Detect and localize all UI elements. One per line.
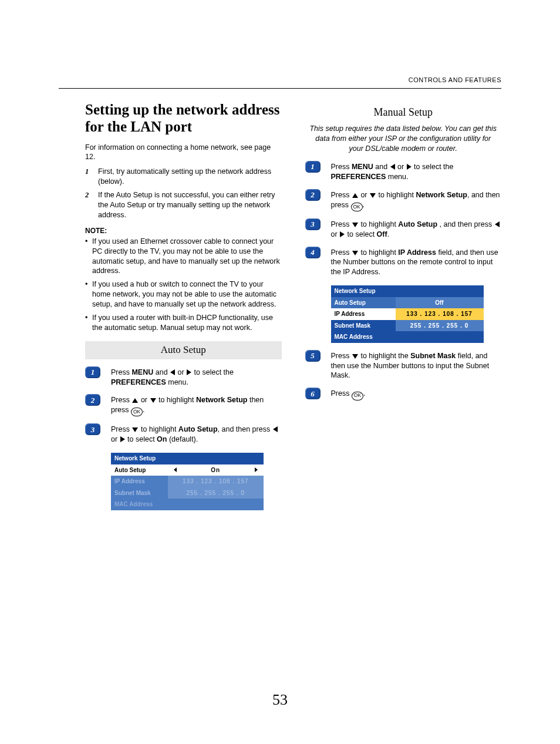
t: to select xyxy=(345,230,377,238)
arrow-down-icon xyxy=(352,354,358,359)
subnet-mask-label: Subnet Mask xyxy=(410,352,456,360)
step-item: 1 Press MENU and or to select the PREFER… xyxy=(305,162,502,182)
arrow-down-icon xyxy=(150,398,156,403)
arrow-right-icon xyxy=(120,436,125,442)
initial-steps-list: 1First, try automatically setting up the… xyxy=(85,167,282,220)
section-header: CONTROLS AND FEATURES xyxy=(409,76,501,83)
on-label: On xyxy=(157,435,167,443)
mac-row-label: MAC Address xyxy=(331,331,484,343)
step-item: 4 Press to highlight IP Address field, a… xyxy=(305,248,502,278)
page-title: Setting up the network address for the L… xyxy=(85,102,282,136)
note-label: NOTE: xyxy=(85,226,282,235)
step-text: If the Auto Setup is not successful, you… xyxy=(98,191,275,219)
note-item: If you used a hub or switch to connect t… xyxy=(85,280,282,309)
t: Press xyxy=(111,425,131,433)
auto-setup-row-value: On xyxy=(168,464,264,476)
arrow-left-icon xyxy=(170,369,175,375)
arrow-right-icon xyxy=(340,231,345,237)
network-setup-label: Network Setup xyxy=(196,396,248,404)
arrow-left-icon xyxy=(273,426,278,432)
step-number: 1 xyxy=(85,167,89,177)
step-item: 3 Press to highlight Auto Setup , and th… xyxy=(305,220,502,240)
list-item: 2If the Auto Setup is not successful, yo… xyxy=(85,190,282,220)
note-item: If you used a router with built-in DHCP … xyxy=(85,313,282,333)
t: Press xyxy=(331,352,352,360)
triangle-right-icon xyxy=(255,467,258,472)
network-setup-table-auto: Network Setup Auto Setup On IP Address 1… xyxy=(111,453,264,510)
ok-button-icon: OK xyxy=(352,392,363,400)
step-item: 5 Press to highlight the Subnet Mask fie… xyxy=(305,351,502,381)
step-item: 2 Press or to highlight Network Setup th… xyxy=(85,395,282,416)
arrow-left-icon xyxy=(495,221,500,227)
auto-setup-label: Auto Setup xyxy=(178,425,218,433)
ip-address-label: IP Address xyxy=(398,248,436,257)
arrow-right-icon xyxy=(407,164,411,170)
t: . xyxy=(387,230,389,238)
step-badge-icon: 6 xyxy=(305,388,321,399)
triangle-left-icon xyxy=(174,467,177,472)
step-text: First, try automatically setting up the … xyxy=(98,167,271,186)
subnet-row-value: 255 . 255 . 255 . 0 xyxy=(396,320,484,332)
t: (default). xyxy=(167,435,198,443)
ok-button-icon: OK xyxy=(351,203,363,211)
arrow-down-icon xyxy=(370,193,376,198)
arrow-left-icon xyxy=(390,164,395,170)
mac-row-label: MAC Address xyxy=(111,499,264,510)
arrow-down-icon xyxy=(132,427,138,432)
step-badge-icon: 2 xyxy=(305,189,321,201)
t: to highlight xyxy=(359,248,398,257)
t: and xyxy=(373,163,390,171)
auto-setup-row-label: Auto Setup xyxy=(331,297,396,309)
arrow-up-icon xyxy=(352,193,358,198)
t: and xyxy=(153,368,170,376)
step-item: 6 Press OK. xyxy=(305,389,502,402)
t: to highlight xyxy=(359,220,398,228)
step-badge-icon: 1 xyxy=(85,366,100,378)
network-setup-table-manual: Network Setup Auto Setup Off IP Address … xyxy=(331,285,484,343)
t: to highlight xyxy=(157,396,196,404)
ip-row-label: IP Address xyxy=(331,308,396,320)
menu-label: MENU xyxy=(131,368,153,376)
t: Press xyxy=(111,396,131,404)
subnet-row-value: 255 . 255 . 255 . 0 xyxy=(168,487,264,499)
ip-row-value: 133 . 123 . 108 . 157 xyxy=(168,476,264,487)
manual-setup-steps: 1 Press MENU and or to select the PREFER… xyxy=(305,162,502,277)
step-item: 3 Press to highlight Auto Setup, and the… xyxy=(85,425,282,445)
t: Press xyxy=(331,248,352,257)
step-item: 2 Press or to highlight Network Setup, a… xyxy=(305,190,502,211)
t: Press xyxy=(331,163,352,171)
t: menu. xyxy=(386,173,408,181)
auto-setup-row-label: Auto Setup xyxy=(111,464,168,476)
subnet-row-label: Subnet Mask xyxy=(331,320,396,332)
auto-setup-heading: Auto Setup xyxy=(85,341,282,359)
t: to highlight the xyxy=(359,352,410,360)
t: Press xyxy=(331,389,352,398)
t: to highlight xyxy=(376,191,416,199)
manual-setup-steps-2: 5 Press to highlight the Subnet Mask fie… xyxy=(305,351,502,402)
step-badge-icon: 1 xyxy=(305,161,321,173)
t: Press xyxy=(331,191,352,199)
menu-label: MENU xyxy=(352,163,373,171)
step-badge-icon: 3 xyxy=(305,218,321,230)
left-column: Setting up the network address for the L… xyxy=(85,102,282,519)
step-badge-icon: 5 xyxy=(305,350,321,362)
step-badge-icon: 2 xyxy=(85,394,100,406)
note-list: If you used an Ethernet crossover cable … xyxy=(85,237,282,333)
t: menu. xyxy=(166,378,188,386)
step-badge-icon: 3 xyxy=(85,423,100,435)
t: or xyxy=(139,396,149,404)
ok-button-icon: OK xyxy=(131,408,143,416)
t: or xyxy=(111,435,120,443)
t: or xyxy=(331,230,340,238)
ip-row-value: 133 . 123 . 108 . 157 xyxy=(396,308,484,320)
off-label: Off xyxy=(377,230,387,238)
step-number: 2 xyxy=(85,190,89,200)
page-number: 53 xyxy=(0,691,560,709)
value-text: On xyxy=(211,466,220,474)
t: to highlight xyxy=(139,425,178,433)
ip-row-label: IP Address xyxy=(111,476,168,487)
arrow-right-icon xyxy=(187,369,191,375)
t: to select the xyxy=(412,163,454,171)
preferences-label: PREFERENCES xyxy=(111,378,166,386)
table-title: Network Setup xyxy=(111,453,264,464)
